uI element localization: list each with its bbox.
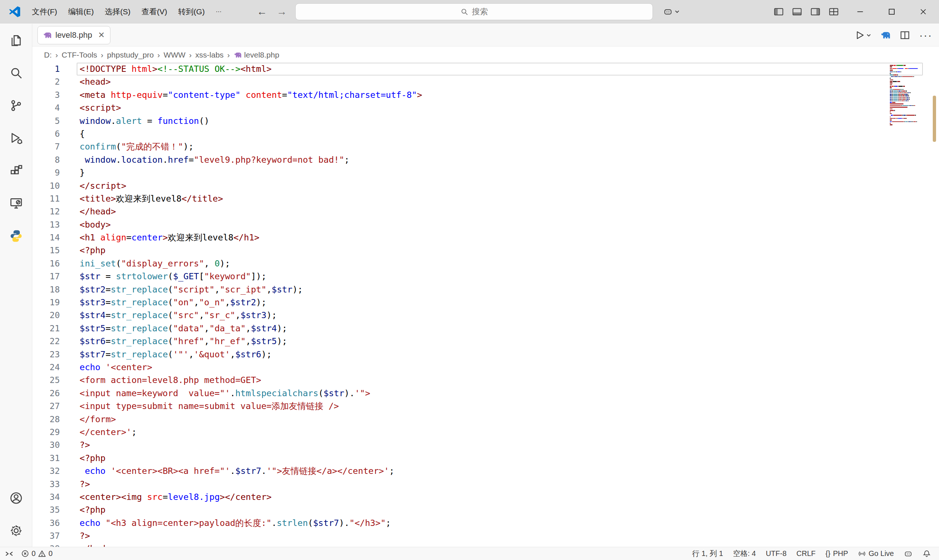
code-line[interactable]: 28</form>	[32, 413, 939, 426]
code-line[interactable]: 31<?php	[32, 452, 939, 465]
error-icon	[21, 550, 29, 557]
code-line[interactable]: 16ini_set("display_errors", 0);	[32, 257, 939, 270]
extensions-icon[interactable]	[0, 154, 32, 187]
code-line[interactable]: 15<?php	[32, 244, 939, 257]
breadcrumb-item-6[interactable]: level8.php	[233, 51, 280, 59]
code-line[interactable]: 18$str2=str_replace("script","scr_ipt",$…	[32, 283, 939, 296]
code-line[interactable]: 3<meta http-equiv="content-type" content…	[32, 89, 939, 102]
menu-item-5[interactable]: 转到(G)	[173, 0, 210, 23]
breadcrumb-item-3[interactable]: phpstudy_pro	[106, 51, 154, 59]
run-button[interactable]	[854, 30, 871, 41]
code-line[interactable]: 5window.alert = function()	[32, 115, 939, 128]
eol-sequence[interactable]: CRLF	[796, 549, 816, 558]
code-line[interactable]: 24echo '<center>	[32, 361, 939, 374]
code-line[interactable]: 6{	[32, 128, 939, 140]
code-line[interactable]: 32 echo '<center><BR><a href="'.$str7.'"…	[32, 465, 939, 477]
explorer-icon[interactable]	[0, 24, 32, 57]
code-line[interactable]: 27<input type=submit name=submit value=添…	[32, 400, 939, 413]
code-text: echo '<center><BR><a href="'.$str7.'">友情…	[77, 465, 923, 477]
code-line[interactable]: 26<input name=keyword value="'.htmlspeci…	[32, 387, 939, 400]
code-line[interactable]: 35<?php	[32, 503, 939, 516]
editor-more-actions-button[interactable]: ···	[919, 32, 933, 39]
code-line[interactable]: 33?>	[32, 478, 939, 491]
code-line[interactable]: 30?>	[32, 439, 939, 452]
minimap[interactable]	[890, 65, 918, 126]
code-text: </head>	[77, 205, 923, 218]
remote-indicator[interactable]	[5, 550, 13, 558]
maximize-button[interactable]	[876, 0, 907, 23]
code-line[interactable]: 10</script>	[32, 180, 939, 192]
code-line[interactable]: 20$str4=str_replace("src","sr_c",$str3);	[32, 309, 939, 322]
code-line[interactable]: 34<center><img src=level8.jpg></center>	[32, 491, 939, 503]
code-line[interactable]: 1<!DOCTYPE html><!--STATUS OK--><html>	[32, 63, 939, 75]
settings-gear-icon[interactable]	[0, 514, 32, 547]
encoding[interactable]: UTF-8	[766, 549, 787, 558]
menu-item-4[interactable]: 查看(V)	[136, 0, 173, 23]
breadcrumb-separator: ›	[225, 51, 233, 59]
split-editor-button[interactable]	[899, 30, 910, 41]
code-line[interactable]: 36echo "<h3 align=center>payload的长度:".st…	[32, 517, 939, 529]
code-token: >	[162, 232, 168, 243]
code-line[interactable]: 13<body>	[32, 218, 939, 231]
code-line[interactable]: 9}	[32, 166, 939, 179]
forward-arrow-icon[interactable]: →	[276, 6, 287, 18]
tab-level8-php[interactable]: level8.php ✕	[37, 26, 110, 45]
search-sidebar-icon[interactable]	[0, 57, 32, 89]
menu-item-3[interactable]: 选择(S)	[99, 0, 136, 23]
problems-indicator[interactable]: 0 0	[21, 549, 52, 558]
account-icon[interactable]	[0, 482, 32, 514]
customize-layout-icon[interactable]	[828, 6, 839, 17]
code-line[interactable]: 7confirm("完成的不错！");	[32, 140, 939, 153]
editor-viewport[interactable]: 1<!DOCTYPE html><!--STATUS OK--><html>2<…	[32, 63, 939, 547]
code-line[interactable]: 4<script>	[32, 102, 939, 114]
menu-overflow-button[interactable]: ···	[210, 0, 227, 23]
php-server-icon[interactable]	[880, 30, 891, 40]
remote-explorer-icon[interactable]	[0, 187, 32, 220]
back-arrow-icon[interactable]: ←	[257, 6, 267, 18]
code-line[interactable]: 2<head>	[32, 75, 939, 88]
code-token: ,	[225, 297, 230, 308]
toggle-panel-icon[interactable]	[791, 6, 803, 17]
minimize-button[interactable]	[844, 0, 876, 23]
code-line[interactable]: 17$str = strtolower($_GET["keyword"]);	[32, 270, 939, 283]
menu-item-1[interactable]: 文件(F)	[26, 0, 63, 23]
code-line[interactable]: 38</body>	[32, 542, 939, 547]
code-line[interactable]: 29</center>';	[32, 426, 939, 439]
toggle-secondary-sidebar-icon[interactable]	[810, 6, 821, 17]
toggle-sidebar-icon[interactable]	[773, 6, 784, 17]
breadcrumb-item-2[interactable]: CTF-Tools	[61, 51, 98, 59]
indentation[interactable]: 空格: 4	[733, 549, 756, 558]
search-box[interactable]: 搜索	[295, 3, 653, 20]
breadcrumb-item-5[interactable]: xss-labs	[195, 51, 225, 59]
code-line[interactable]: 22$str6=str_replace("href","hr_ef",$str5…	[32, 335, 939, 348]
go-live-button[interactable]: Go Live	[858, 549, 894, 558]
code-text: <input name=keyword value="'.htmlspecial…	[77, 387, 923, 400]
language-mode[interactable]: {} PHP	[826, 549, 848, 558]
code-line[interactable]: 8 window.location.href="level9.php?keywo…	[32, 154, 939, 166]
breadcrumb-item-4[interactable]: WWW	[163, 51, 186, 59]
code-line[interactable]: 12</head>	[32, 205, 939, 218]
scrollbar[interactable]	[930, 63, 939, 547]
code-line[interactable]: 14<h1 align=center>欢迎来到level8</h1>	[32, 231, 939, 244]
code-line[interactable]: 37?>	[32, 529, 939, 542]
source-control-icon[interactable]	[0, 89, 32, 122]
code-line[interactable]: 21$str5=str_replace("data","da_ta",$str4…	[32, 322, 939, 335]
tab-close-icon[interactable]: ✕	[98, 31, 105, 40]
run-debug-icon[interactable]	[0, 122, 32, 154]
python-extension-icon[interactable]	[0, 220, 32, 252]
code-line[interactable]: 23$str7=str_replace('"','&quot',$str6);	[32, 348, 939, 361]
code-line[interactable]: 19$str3=str_replace("on","o_n",$str2);	[32, 296, 939, 309]
minimap-line	[890, 108, 918, 109]
copilot-button[interactable]	[663, 5, 680, 18]
menu-item-2[interactable]: 编辑(E)	[63, 0, 99, 23]
close-button[interactable]	[907, 0, 939, 23]
code-line[interactable]: 25<form action=level8.php method=GET>	[32, 374, 939, 387]
code-token: str_replace	[111, 297, 168, 308]
code-text: window.location.href="level9.php?keyword…	[77, 154, 923, 166]
code-line[interactable]: 11<title>欢迎来到level8</title>	[32, 192, 939, 205]
copilot-status-icon[interactable]	[904, 549, 913, 558]
breadcrumb-item-1[interactable]: D:	[43, 51, 52, 59]
code-token: =	[282, 90, 287, 100]
notifications-bell-icon[interactable]	[922, 549, 931, 558]
cursor-position[interactable]: 行 1, 列 1	[692, 549, 723, 558]
